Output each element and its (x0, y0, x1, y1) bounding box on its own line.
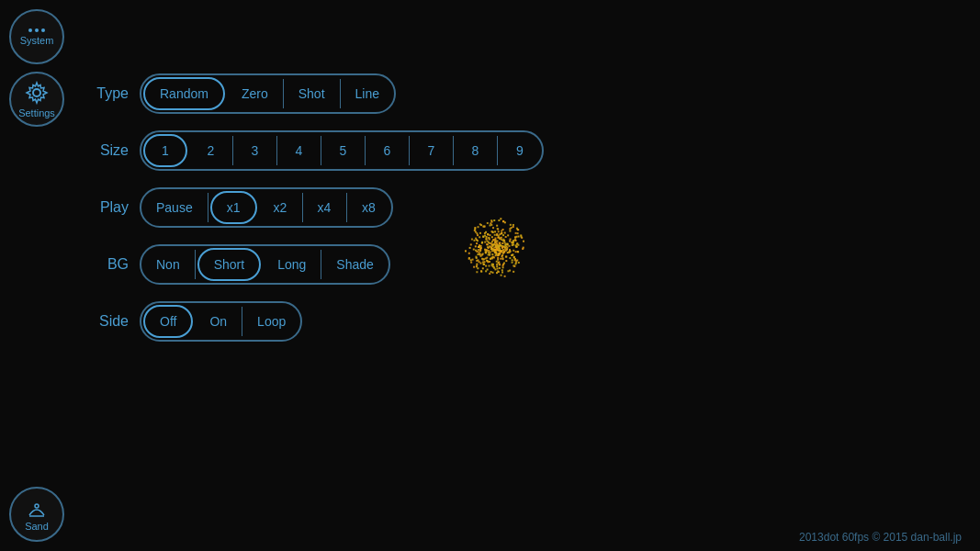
play-label: Play (83, 199, 129, 216)
bg-non-button[interactable]: Non (141, 250, 196, 279)
side-loop-button[interactable]: Loop (242, 307, 300, 336)
play-x8-button[interactable]: x8 (347, 193, 391, 222)
size-5-button[interactable]: 5 (321, 136, 366, 165)
play-x2-button[interactable]: x2 (259, 193, 303, 222)
side-row: Side Off On Loop (83, 301, 544, 342)
bg-long-button[interactable]: Long (263, 250, 321, 279)
type-group: Random Zero Shot Line (140, 73, 396, 114)
play-x1-button[interactable]: x1 (210, 191, 257, 224)
size-4-button[interactable]: 4 (277, 136, 321, 165)
sand-icon (25, 497, 49, 521)
side-on-button[interactable]: On (195, 307, 242, 336)
gear-icon (25, 81, 49, 105)
play-x4-button[interactable]: x4 (303, 193, 347, 222)
settings-label: Settings (18, 107, 55, 118)
side-group: Off On Loop (140, 301, 302, 342)
size-7-button[interactable]: 7 (410, 136, 454, 165)
size-8-button[interactable]: 8 (454, 136, 498, 165)
svg-point-1 (35, 504, 39, 508)
size-9-button[interactable]: 9 (498, 136, 542, 165)
bg-short-button[interactable]: Short (197, 248, 261, 281)
bg-label: BG (83, 256, 129, 273)
type-random-button[interactable]: Random (143, 77, 225, 110)
type-line-button[interactable]: Line (341, 79, 394, 108)
dots-icon (28, 28, 45, 32)
footer-text: 2013dot 60fps © 2015 dan-ball.jp (799, 531, 962, 544)
system-label: System (20, 35, 54, 46)
play-group: Pause x1 x2 x4 x8 (140, 187, 393, 228)
size-row: Size 1 2 3 4 5 6 7 8 9 (83, 130, 544, 171)
type-shot-button[interactable]: Shot (284, 79, 341, 108)
side-off-button[interactable]: Off (143, 305, 193, 338)
type-label: Type (83, 85, 129, 102)
type-zero-button[interactable]: Zero (227, 79, 284, 108)
size-6-button[interactable]: 6 (366, 136, 410, 165)
settings-button[interactable]: Settings (9, 72, 64, 127)
play-pause-button[interactable]: Pause (141, 193, 208, 222)
size-1-button[interactable]: 1 (143, 134, 187, 167)
size-group: 1 2 3 4 5 6 7 8 9 (140, 130, 544, 171)
sand-label: Sand (25, 521, 49, 532)
size-label: Size (83, 142, 129, 159)
svg-point-0 (33, 89, 40, 96)
sand-button[interactable]: Sand (9, 487, 64, 542)
bg-shade-button[interactable]: Shade (321, 250, 388, 279)
type-row: Type Random Zero Shot Line (83, 73, 544, 114)
size-3-button[interactable]: 3 (233, 136, 277, 165)
size-2-button[interactable]: 2 (189, 136, 233, 165)
system-button[interactable]: System (9, 9, 64, 64)
side-label: Side (83, 313, 129, 330)
sidebar: System Settings (0, 0, 73, 551)
bg-group: Non Short Long Shade (140, 244, 390, 285)
sand-visualization (450, 202, 542, 294)
